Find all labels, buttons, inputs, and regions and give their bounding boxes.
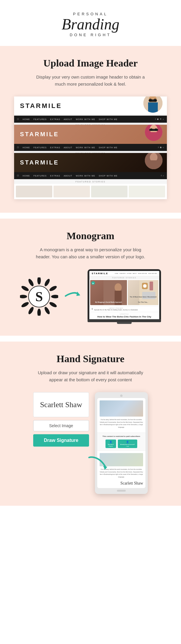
svg-rect-14: [149, 160, 158, 169]
mock-header-3: STARMILE: [14, 153, 167, 172]
hero-section: PERSONAL Branding DONE RIGHT: [0, 0, 181, 46]
tablet-new-here-btn[interactable]: 👤 New here? Register: [105, 440, 116, 448]
microphone-icon: 🎙: [91, 308, 93, 310]
nav-extras-3: EXTRAS: [50, 175, 60, 177]
article-title: How to Wear The Boho-Chic Fashion In The…: [92, 315, 157, 318]
svg-point-21: [37, 309, 41, 316]
mock-header-1: STARMILE: [14, 96, 167, 116]
mock-featured-3: FEATURED STORIES: [14, 179, 167, 184]
svg-point-16: [43, 278, 51, 287]
tablet-camera: [120, 395, 123, 397]
nav-extras-2: EXTRAS: [50, 147, 60, 149]
podcast-content: LATEST PODCAST Episode No 13: My Take On…: [94, 307, 138, 311]
twitter-icon: ✦: [160, 118, 162, 120]
tablet-signature: Scarlett Shaw: [120, 481, 143, 485]
podcast-text: Episode No 13: My Take On Setting Goals:…: [94, 309, 138, 311]
laptop-nav-about: ABOUT: [133, 273, 137, 274]
select-image-button[interactable]: Select Image: [33, 420, 89, 431]
svg-point-4: [149, 99, 152, 101]
laptop-base: [88, 319, 161, 322]
nav-home: HOME: [23, 118, 30, 120]
nav-work-3: WORK WITH ME: [76, 175, 95, 177]
tablet-btn1-sub: Register: [109, 445, 113, 447]
nav-social-icons-2: f ◉ ⌕: [158, 146, 164, 149]
monogram-logo: S: [20, 277, 58, 316]
nav-social-icons-3: f ⌕: [161, 174, 164, 177]
signature-right: Far far away, behind the word mountains,…: [95, 392, 148, 494]
tablet-locked-section: This content is restricted to paid subsc…: [97, 433, 145, 450]
card2-title: The 15 Must-Have Items I Recommend For T…: [130, 296, 156, 303]
mockup-card-1: STARMILE ⬡ HOME FEATUR: [14, 96, 167, 127]
mock-content-3: [14, 184, 167, 199]
monogram-heading: Monogram: [9, 230, 172, 242]
nav-shop: SHOP WITH ME: [99, 118, 118, 120]
person-avatar-1: [143, 96, 162, 113]
draw-signature-button[interactable]: Draw Signature: [33, 434, 89, 447]
laptop-brand: STARMILE: [92, 272, 108, 275]
laptop-nav-features: FEATURES: [120, 273, 126, 274]
mockup-card-2: STARMILE ⬡ HOME FEATURES: [14, 125, 167, 156]
article-tag: LIFESTYLE: [92, 313, 157, 315]
upload-section: Upload Image Header Display your very ow…: [0, 46, 181, 213]
card1-title: My Blogging & Social Media Approach: [95, 301, 122, 303]
search-icon-3: ⌕: [163, 174, 164, 177]
svg-point-18: [51, 295, 58, 298]
tablet-btn2-label: Already have an account?: [120, 444, 135, 445]
monogram-svg: S: [20, 277, 58, 316]
hero-post-title: DONE RIGHT: [6, 33, 175, 37]
laptop-cards: ▶ My Blogging & Social Media Approach: [89, 279, 159, 306]
mock-img-placeholder-4: [129, 186, 165, 197]
nav-home-3: HOME: [23, 175, 30, 177]
tablet-action-buttons: 👤 New here? Register 👤 Already have an a…: [100, 440, 143, 448]
signature-controls: Scarlett Shaw Select Image Draw Signatur…: [33, 392, 89, 447]
svg-point-20: [43, 306, 51, 315]
laptop-article: LIFESTYLE How to Wear The Boho-Chic Fash…: [89, 312, 159, 319]
tablet-mockup: Far far away, behind the word mountains,…: [95, 392, 148, 494]
mock-header-2: STARMILE: [14, 125, 167, 144]
nav-extras: EXTRAS: [50, 118, 60, 120]
sig-teal-arrow: [86, 452, 110, 476]
nav-shop-2: SHOP WITH ME: [99, 147, 118, 149]
mock-nav-1: ⬡ HOME FEATURES EXTRAS ABOUT WORK WITH M…: [14, 116, 167, 123]
mock-img-placeholder-1: [16, 186, 52, 197]
hero-script-title: Branding: [6, 17, 175, 32]
tablet-login-btn[interactable]: 👤 Already have an account? Login: [118, 440, 137, 448]
signature-demo: Scarlett Shaw Select Image Draw Signatur…: [9, 392, 172, 494]
play-icon: ▶: [93, 282, 94, 284]
instagram-icon: ◉: [157, 118, 159, 120]
card1-play: ▶: [91, 281, 95, 285]
tablet-top-content: Far far away, behind the word mountains,…: [97, 398, 145, 432]
laptop-nav-home: HOME: [115, 273, 118, 274]
nav-s-icon-2: ⬡: [17, 146, 19, 149]
signature-preview: Scarlett Shaw: [33, 392, 89, 417]
svg-rect-2: [148, 102, 158, 113]
mock-img-placeholder-3: [91, 186, 128, 197]
svg-point-5: [154, 99, 157, 101]
brand-name-2: STARMILE: [20, 131, 59, 138]
signature-text: Scarlett Shaw: [40, 400, 82, 409]
nav-s-icon-3: ⬡: [17, 174, 19, 177]
hero-pre-title: PERSONAL: [6, 12, 175, 16]
tablet-top-text: Far far away, behind the word mountains,…: [100, 418, 143, 428]
svg-point-26: [27, 278, 34, 287]
laptop-screen: STARMILE HOME FEATURES EXTRAS ABOUT WORK…: [89, 271, 159, 319]
tablet-btn1-label: New here?: [108, 444, 114, 445]
arrow-svg: [64, 287, 82, 305]
svg-point-10: [150, 128, 152, 131]
nav-work: WORK WITH ME: [76, 118, 95, 120]
nav-about-2: ABOUT: [64, 147, 72, 149]
monogram-description: A monogram is a great way to personalize…: [35, 246, 146, 260]
instagram-icon-2: ◉: [160, 146, 162, 149]
monogram-section: Monogram A monogram is a great way to pe…: [0, 219, 181, 336]
facebook-icon: f: [155, 118, 156, 120]
tablet-locked-text: This content is restricted to paid subsc…: [100, 435, 143, 438]
laptop-nav-work: WORK WITH ME: [138, 273, 147, 274]
nav-home-2: HOME: [23, 147, 30, 149]
upload-description: Display your very own custom image heade…: [35, 74, 146, 88]
nav-features-2: FEATURES: [33, 147, 47, 149]
person-add-icon: 👤: [109, 441, 112, 443]
svg-point-11: [155, 128, 157, 131]
laptop-featured-bar: FEATURED STORIES: [89, 276, 159, 279]
nav-features-3: FEATURES: [33, 175, 47, 177]
card2-text-area: The 15 Must-Have Items I Recommend For T…: [129, 293, 157, 304]
